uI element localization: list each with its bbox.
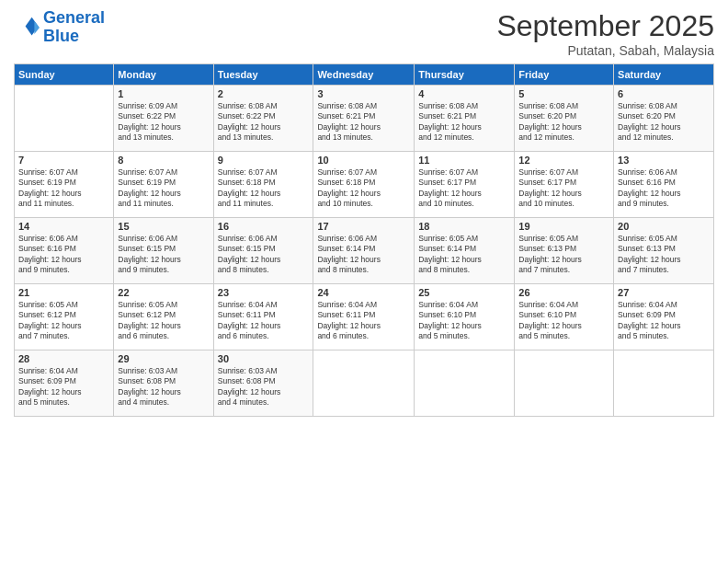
logo-line2: Blue — [43, 27, 79, 45]
week-row-3: 14Sunrise: 6:06 AMSunset: 6:16 PMDayligh… — [15, 218, 714, 284]
day-number: 20 — [618, 221, 710, 232]
week-row-4: 21Sunrise: 6:05 AMSunset: 6:12 PMDayligh… — [15, 284, 714, 350]
day-number: 21 — [18, 287, 109, 298]
calendar-cell: 18Sunrise: 6:05 AMSunset: 6:14 PMDayligh… — [415, 218, 515, 284]
day-info: Sunrise: 6:05 AMSunset: 6:13 PMDaylight:… — [518, 234, 609, 276]
week-row-1: 1Sunrise: 6:09 AMSunset: 6:22 PMDaylight… — [15, 86, 714, 152]
col-header-tuesday: Tuesday — [213, 64, 313, 86]
day-number: 30 — [218, 353, 310, 364]
day-info: Sunrise: 6:06 AMSunset: 6:15 PMDaylight:… — [118, 234, 209, 276]
day-info: Sunrise: 6:06 AMSunset: 6:16 PMDaylight:… — [618, 167, 710, 210]
page: General Blue September 2025 Putatan, Sab… — [0, 0, 728, 563]
day-info: Sunrise: 6:07 AMSunset: 6:17 PMDaylight:… — [418, 167, 510, 210]
day-number: 13 — [618, 155, 710, 166]
col-header-thursday: Thursday — [415, 64, 515, 86]
day-info: Sunrise: 6:05 AMSunset: 6:12 PMDaylight:… — [18, 300, 109, 342]
calendar-cell: 12Sunrise: 6:07 AMSunset: 6:17 PMDayligh… — [515, 152, 614, 218]
day-info: Sunrise: 6:08 AMSunset: 6:22 PMDaylight:… — [218, 101, 310, 144]
week-row-5: 28Sunrise: 6:04 AMSunset: 6:09 PMDayligh… — [15, 350, 714, 417]
day-number: 1 — [118, 88, 209, 99]
day-info: Sunrise: 6:08 AMSunset: 6:21 PMDaylight:… — [317, 101, 410, 144]
calendar-table: SundayMondayTuesdayWednesdayThursdayFrid… — [14, 63, 714, 417]
calendar-cell: 25Sunrise: 6:04 AMSunset: 6:10 PMDayligh… — [415, 284, 515, 350]
calendar-cell: 11Sunrise: 6:07 AMSunset: 6:17 PMDayligh… — [415, 152, 515, 218]
day-number: 19 — [518, 221, 609, 232]
month-title: September 2025 — [496, 9, 714, 43]
day-info: Sunrise: 6:04 AMSunset: 6:11 PMDaylight:… — [218, 300, 310, 342]
calendar-cell — [415, 350, 515, 417]
day-number: 27 — [618, 287, 710, 298]
day-info: Sunrise: 6:07 AMSunset: 6:18 PMDaylight:… — [218, 167, 310, 210]
calendar-cell: 20Sunrise: 6:05 AMSunset: 6:13 PMDayligh… — [614, 218, 714, 284]
day-number: 23 — [218, 287, 310, 298]
day-info: Sunrise: 6:04 AMSunset: 6:11 PMDaylight:… — [317, 300, 410, 342]
day-info: Sunrise: 6:06 AMSunset: 6:14 PMDaylight:… — [317, 234, 410, 276]
day-info: Sunrise: 6:05 AMSunset: 6:13 PMDaylight:… — [618, 234, 710, 276]
day-info: Sunrise: 6:06 AMSunset: 6:15 PMDaylight:… — [218, 234, 310, 276]
logo: General Blue — [14, 9, 105, 46]
calendar-cell: 28Sunrise: 6:04 AMSunset: 6:09 PMDayligh… — [15, 350, 114, 417]
day-number: 5 — [518, 88, 609, 99]
day-number: 22 — [118, 287, 209, 298]
day-info: Sunrise: 6:07 AMSunset: 6:19 PMDaylight:… — [118, 167, 209, 210]
calendar-cell: 17Sunrise: 6:06 AMSunset: 6:14 PMDayligh… — [313, 218, 415, 284]
day-number: 7 — [18, 155, 109, 166]
day-info: Sunrise: 6:04 AMSunset: 6:09 PMDaylight:… — [618, 300, 710, 342]
day-number: 16 — [218, 221, 310, 232]
calendar-cell: 2Sunrise: 6:08 AMSunset: 6:22 PMDaylight… — [213, 86, 313, 152]
day-info: Sunrise: 6:07 AMSunset: 6:17 PMDaylight:… — [518, 167, 609, 210]
calendar-cell: 14Sunrise: 6:06 AMSunset: 6:16 PMDayligh… — [15, 218, 114, 284]
logo-text: General Blue — [43, 9, 105, 46]
col-header-sunday: Sunday — [15, 64, 114, 86]
day-info: Sunrise: 6:08 AMSunset: 6:20 PMDaylight:… — [518, 101, 609, 144]
calendar-cell: 16Sunrise: 6:06 AMSunset: 6:15 PMDayligh… — [213, 218, 313, 284]
col-header-wednesday: Wednesday — [313, 64, 415, 86]
day-number: 25 — [418, 287, 510, 298]
calendar-cell: 7Sunrise: 6:07 AMSunset: 6:19 PMDaylight… — [15, 152, 114, 218]
day-info: Sunrise: 6:04 AMSunset: 6:09 PMDaylight:… — [18, 366, 109, 408]
day-info: Sunrise: 6:05 AMSunset: 6:14 PMDaylight:… — [418, 234, 510, 276]
svg-marker-1 — [34, 21, 40, 34]
day-info: Sunrise: 6:03 AMSunset: 6:08 PMDaylight:… — [218, 366, 310, 408]
header-row: SundayMondayTuesdayWednesdayThursdayFrid… — [15, 64, 714, 86]
calendar-cell: 13Sunrise: 6:06 AMSunset: 6:16 PMDayligh… — [614, 152, 714, 218]
day-info: Sunrise: 6:06 AMSunset: 6:16 PMDaylight:… — [18, 234, 109, 276]
day-info: Sunrise: 6:03 AMSunset: 6:08 PMDaylight:… — [118, 366, 209, 408]
calendar-cell: 21Sunrise: 6:05 AMSunset: 6:12 PMDayligh… — [15, 284, 114, 350]
calendar-cell: 6Sunrise: 6:08 AMSunset: 6:20 PMDaylight… — [614, 86, 714, 152]
calendar-cell — [313, 350, 415, 417]
day-info: Sunrise: 6:05 AMSunset: 6:12 PMDaylight:… — [118, 300, 209, 342]
day-number: 18 — [418, 221, 510, 232]
day-number: 24 — [317, 287, 410, 298]
day-number: 15 — [118, 221, 209, 232]
location-subtitle: Putatan, Sabah, Malaysia — [496, 43, 714, 58]
day-number: 17 — [317, 221, 410, 232]
logo-icon — [14, 15, 40, 40]
calendar-cell: 19Sunrise: 6:05 AMSunset: 6:13 PMDayligh… — [515, 218, 614, 284]
calendar-cell: 9Sunrise: 6:07 AMSunset: 6:18 PMDaylight… — [213, 152, 313, 218]
day-number: 12 — [518, 155, 609, 166]
calendar-cell: 3Sunrise: 6:08 AMSunset: 6:21 PMDaylight… — [313, 86, 415, 152]
calendar-cell: 5Sunrise: 6:08 AMSunset: 6:20 PMDaylight… — [515, 86, 614, 152]
day-number: 11 — [418, 155, 510, 166]
day-number: 3 — [317, 88, 410, 99]
calendar-cell — [15, 86, 114, 152]
day-number: 29 — [118, 353, 209, 364]
day-info: Sunrise: 6:08 AMSunset: 6:20 PMDaylight:… — [618, 101, 710, 144]
day-number: 10 — [317, 155, 410, 166]
header: General Blue September 2025 Putatan, Sab… — [14, 9, 714, 58]
day-info: Sunrise: 6:07 AMSunset: 6:19 PMDaylight:… — [18, 167, 109, 210]
calendar-cell: 22Sunrise: 6:05 AMSunset: 6:12 PMDayligh… — [114, 284, 213, 350]
day-info: Sunrise: 6:07 AMSunset: 6:18 PMDaylight:… — [317, 167, 410, 210]
day-info: Sunrise: 6:09 AMSunset: 6:22 PMDaylight:… — [118, 101, 209, 144]
day-number: 2 — [218, 88, 310, 99]
day-number: 8 — [118, 155, 209, 166]
day-number: 9 — [218, 155, 310, 166]
calendar-cell: 1Sunrise: 6:09 AMSunset: 6:22 PMDaylight… — [114, 86, 213, 152]
day-number: 4 — [418, 88, 510, 99]
col-header-friday: Friday — [515, 64, 614, 86]
day-info: Sunrise: 6:08 AMSunset: 6:21 PMDaylight:… — [418, 101, 510, 144]
calendar-cell: 30Sunrise: 6:03 AMSunset: 6:08 PMDayligh… — [213, 350, 313, 417]
day-number: 26 — [518, 287, 609, 298]
day-number: 28 — [18, 353, 109, 364]
